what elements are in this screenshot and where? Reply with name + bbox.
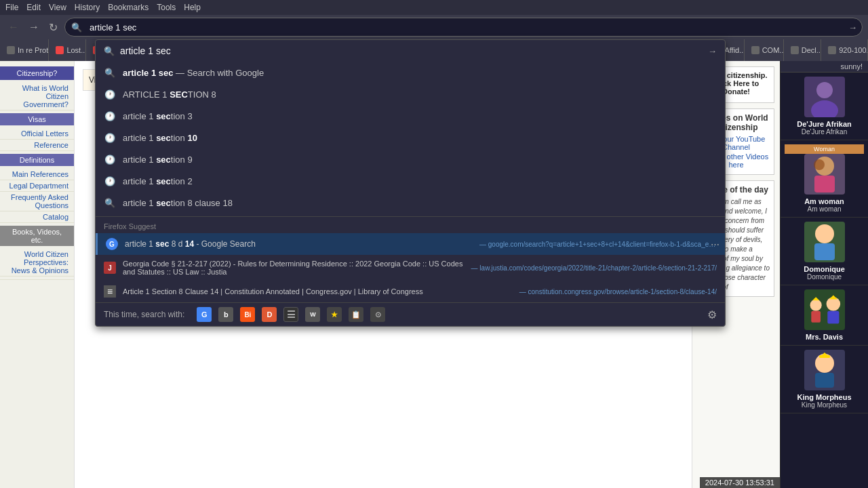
nav-link-perspectives[interactable]: [0, 277, 74, 280]
engine-ecosia[interactable]: ☰: [283, 307, 298, 322]
nav-documents-header: Visas: [0, 113, 74, 125]
autocomplete-dropdown: 🔍 → 🔍 article 1 sec — Search with Google…: [95, 39, 726, 327]
engine-google[interactable]: G: [197, 307, 212, 322]
svg-point-5: [815, 224, 834, 243]
autocomplete-forward-icon[interactable]: →: [708, 46, 717, 56]
ac-history-icon-1: 🕐: [104, 110, 116, 122]
svg-point-4: [814, 159, 825, 170]
rp-item-amwoman[interactable]: Woman Am woman Am woman: [781, 140, 868, 218]
rp-avatar-domonique: [804, 222, 845, 262]
menubar: File Edit View History Bookmarks Tools H…: [0, 0, 868, 15]
svg-rect-6: [814, 243, 835, 260]
ac-item-section8c18[interactable]: 🔍 article 1 section 8 clause 18: [96, 192, 725, 214]
ac-item-section9[interactable]: 🕐 article 1 section 9: [96, 148, 725, 170]
rp-name-amwoman-bold: Am woman: [785, 197, 864, 205]
ac-item-section8[interactable]: 🕐 ARTICLE 1 SECTION 8: [96, 83, 725, 105]
svg-rect-15: [815, 373, 834, 388]
nav-link-books[interactable]: World Citizen Perspectives: News & Opini…: [0, 249, 74, 277]
toolbar: ← → ↻ 🔍 →: [0, 15, 868, 39]
ac-more-btn-0[interactable]: ⋯: [711, 239, 719, 249]
ac-section-label: Firefox Suggest: [96, 220, 725, 233]
rp-avatar-mrsdavis: [804, 289, 845, 330]
rp-name-kingmorpheus-bold: King Morpheus: [785, 393, 864, 401]
svg-marker-8: [812, 297, 819, 300]
timestamp-bar: 2024-07-30 13:53:31: [700, 477, 780, 488]
engine-clipboard[interactable]: 📋: [349, 307, 363, 322]
rp-name-amwoman: Am woman: [785, 205, 864, 213]
reload-button[interactable]: ↻: [46, 18, 60, 37]
rp-item-domonique[interactable]: Domonique Domonique: [781, 218, 868, 285]
back-button[interactable]: ←: [5, 18, 22, 36]
menu-edit[interactable]: Edit: [26, 3, 41, 12]
tab-18[interactable]: COM...: [745, 39, 784, 61]
right-panel: sunny! De'Jure Afrikan De'Jure Afrikan W…: [780, 61, 868, 488]
ac-url-item-0[interactable]: G article 1 sec 8 d 14 - Google Search —…: [96, 233, 725, 255]
ac-separator: [96, 216, 725, 217]
nav-link-definitions[interactable]: Main References: [0, 169, 74, 180]
ac-google-icon: G: [106, 238, 118, 250]
address-bar[interactable]: [64, 18, 863, 37]
svg-rect-12: [827, 311, 839, 324]
svg-marker-11: [829, 296, 837, 300]
ac-history-icon-2: 🕐: [104, 131, 116, 144]
ac-history-icon-3: 🕐: [104, 153, 116, 165]
nav-link-0[interactable]: What is World Citizen Government?: [0, 83, 74, 110]
nav-link-faq[interactable]: Catalog: [0, 211, 74, 223]
engine-bookmark[interactable]: b: [218, 307, 233, 322]
nav-link-legal[interactable]: Frequently Asked Questions: [0, 192, 74, 211]
search-settings-icon[interactable]: ⚙: [707, 308, 717, 321]
svg-point-1: [811, 100, 838, 117]
rp-name-dejure: De'Jure Afrikan: [785, 128, 864, 136]
nav-reference-header: Definitions: [0, 154, 74, 166]
tab-favicon-0: [7, 46, 15, 54]
tab-19[interactable]: Decl...: [784, 39, 821, 61]
forward-button[interactable]: →: [26, 18, 42, 36]
webpage-leftnav: Citizenship? What is World Citizen Gover…: [0, 61, 75, 488]
autocomplete-input[interactable]: [120, 45, 708, 56]
ac-url-item-2[interactable]: ≡ Article 1 Section 8 Clause 14 | Consti…: [96, 281, 725, 302]
rp-item-kingmorpheus[interactable]: King Morpheus King Morpheus: [781, 346, 868, 413]
engine-starred[interactable]: ★: [327, 307, 342, 322]
engine-bing[interactable]: Bi: [240, 307, 255, 322]
tab-favicon-18: [751, 46, 760, 54]
menu-view[interactable]: View: [49, 3, 66, 12]
rp-avatar-amwoman: [804, 154, 845, 195]
ac-search-icon-2: 🔍: [104, 197, 116, 209]
ac-url-item-1[interactable]: J Georgia Code § 21-2-217 (2022) - Rules…: [96, 255, 725, 281]
menu-bookmarks[interactable]: Bookmarks: [108, 3, 149, 12]
menu-tools[interactable]: Tools: [157, 3, 176, 12]
rp-avatar-dejure: [804, 77, 845, 117]
nav-link-visas[interactable]: Official Letters: [0, 128, 74, 140]
rp-item-dejure[interactable]: De'Jure Afrikan De'Jure Afrikan: [781, 73, 868, 140]
ac-item-section3[interactable]: 🕐 article 1 section 3: [96, 105, 725, 127]
ac-search-icon: 🔍: [104, 66, 116, 79]
engine-wikipedia[interactable]: W: [305, 307, 320, 322]
ac-item-search-google[interactable]: 🔍 article 1 sec — Search with Google: [96, 62, 725, 83]
rp-name-mrsdavis-bold: Mrs. Davis: [785, 333, 864, 341]
menu-help[interactable]: Help: [184, 3, 201, 12]
go-button[interactable]: →: [848, 22, 857, 33]
tab-0[interactable]: In re Prot...: [0, 39, 49, 61]
svg-rect-16: [819, 355, 830, 358]
nav-link-mainref[interactable]: Legal Department: [0, 180, 74, 192]
nav-link-letters[interactable]: Reference: [0, 140, 74, 151]
ac-footer: This time, search with: G b Bi D ☰ W ★ 📋…: [96, 302, 725, 326]
rp-avatar-kingmorpheus: [804, 350, 845, 390]
address-bar-container: 🔍 →: [64, 18, 863, 37]
ac-history-icon-4: 🕐: [104, 175, 116, 187]
ac-item-section10[interactable]: 🕐 article 1 section 10: [96, 127, 725, 148]
nav-catalog-header: Books, Videos, etc.: [0, 226, 74, 246]
woman-tag: Woman: [785, 144, 864, 154]
menu-file[interactable]: File: [5, 3, 18, 12]
tab-favicon-1: [56, 46, 64, 54]
menu-history[interactable]: History: [75, 3, 100, 12]
autocomplete-search-icon: 🔍: [104, 46, 115, 56]
tab-1[interactable]: Lost...: [49, 39, 86, 61]
rp-item-mrsdavis[interactable]: Mrs. Davis: [781, 285, 868, 346]
ac-history-icon-0: 🕐: [104, 88, 116, 100]
svg-rect-9: [811, 311, 821, 323]
engine-duckduckgo[interactable]: D: [262, 307, 277, 322]
ac-item-section2[interactable]: 🕐 article 1 section 2: [96, 170, 725, 192]
tab-20[interactable]: 920-100...: [821, 39, 868, 61]
engine-history[interactable]: ⊙: [370, 307, 385, 322]
